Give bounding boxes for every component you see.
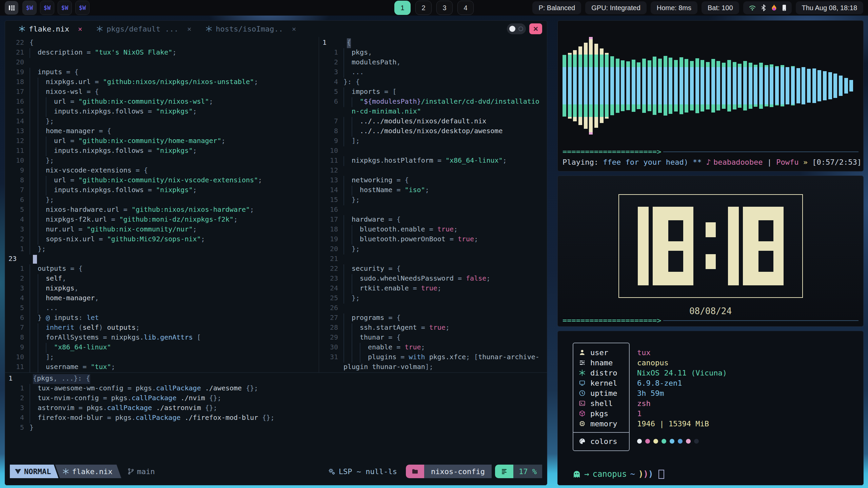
visualizer-segment bbox=[648, 104, 651, 111]
nix-snowflake-icon bbox=[62, 468, 69, 475]
code-line: 17nixos-wsl = { bbox=[5, 87, 319, 97]
system-tray[interactable] bbox=[743, 1, 792, 14]
code-token: programs bbox=[352, 313, 388, 323]
code-token: @ bbox=[46, 313, 50, 323]
code-token: imports bbox=[352, 87, 384, 97]
git-branch[interactable]: main bbox=[127, 465, 155, 478]
code-token: ; bbox=[111, 363, 115, 372]
close-window-button[interactable]: ✕ bbox=[529, 23, 542, 34]
line-number: 14 bbox=[319, 186, 338, 196]
terminal-fetch-window[interactable]: userhnamedistrokerneluptimeshellpkgsmemo… bbox=[557, 331, 864, 485]
tag-3[interactable]: 3 bbox=[436, 1, 453, 15]
visualizer-segment bbox=[706, 62, 710, 67]
shell-prompt[interactable]: → canopus ~ ))) bbox=[573, 469, 664, 479]
code-token: ./firefox-mod-blur bbox=[180, 413, 262, 423]
phone-icon[interactable] bbox=[782, 4, 786, 11]
code-token: ; bbox=[172, 48, 176, 58]
code-token: true bbox=[458, 235, 474, 245]
workspace-button-3[interactable]: $W bbox=[58, 1, 72, 15]
flame-icon[interactable] bbox=[771, 4, 777, 11]
code-token: nixpkgs.hostPlatform bbox=[352, 156, 437, 166]
code-line: 11inputs.nixpkgs.follows = "nixpkgs"; bbox=[5, 146, 319, 156]
tab-label: pkgs/default ... bbox=[106, 25, 178, 33]
clock-pill[interactable]: Thu Aug 08, 18:18 bbox=[796, 1, 863, 14]
code-line: 11nixpkgs.hostPlatform = "x86_64-linux"; bbox=[319, 156, 547, 166]
visualizer-segment bbox=[573, 55, 577, 67]
visualizer-segment bbox=[770, 67, 773, 104]
indent-guide bbox=[343, 235, 352, 245]
bluetooth-icon[interactable] bbox=[761, 4, 766, 11]
tab-3[interactable]: hosts/isoImag..✕ bbox=[205, 25, 296, 33]
workspace-button-4[interactable]: $W bbox=[75, 1, 90, 15]
line-number: 12 bbox=[5, 137, 24, 146]
visualizer-bar bbox=[796, 68, 800, 104]
code-line: 7../../modules/nixos/default.nix bbox=[319, 117, 547, 127]
code-token: true bbox=[437, 225, 454, 235]
tag-2[interactable]: 2 bbox=[415, 1, 432, 15]
visualizer-bar bbox=[823, 71, 827, 100]
indent-guide bbox=[343, 68, 352, 78]
editor-pane-iso-image[interactable]: 1{1pkgs,2modulesPath,3...4}: {5imports =… bbox=[319, 37, 547, 372]
visualizer-segment bbox=[589, 67, 593, 104]
fetch-label: uptime bbox=[590, 389, 617, 398]
tab-close-icon[interactable]: ✕ bbox=[78, 25, 82, 33]
visualizer-segment bbox=[584, 104, 588, 117]
line-number: 22 bbox=[5, 38, 24, 48]
indent-guide bbox=[29, 404, 38, 413]
code-token: ; bbox=[474, 235, 478, 245]
indent-guide bbox=[38, 87, 46, 97]
visualizer-segment bbox=[711, 59, 715, 67]
music-visualizer-window: =====================> Playing: ffee for… bbox=[557, 20, 864, 171]
visualizer-segment bbox=[679, 57, 683, 67]
color-dot bbox=[662, 439, 666, 444]
indent-guide bbox=[29, 323, 38, 333]
indent-guide bbox=[38, 78, 46, 87]
visualizer-segment bbox=[568, 104, 572, 117]
editor-tabbar: flake.nix✕pkgs/default ...✕hosts/isoImag… bbox=[5, 21, 547, 37]
tag-4[interactable]: 4 bbox=[457, 1, 474, 15]
tab-2[interactable]: pkgs/default ...✕ bbox=[96, 25, 191, 33]
indent-guide bbox=[29, 176, 38, 186]
tab-1[interactable]: flake.nix✕ bbox=[19, 25, 82, 33]
indent-guide bbox=[343, 353, 352, 363]
indent-guide bbox=[352, 333, 360, 343]
indent-guide bbox=[29, 353, 38, 363]
indent-guide bbox=[29, 48, 38, 58]
code-token: = bbox=[148, 107, 156, 117]
visualizer-segment bbox=[642, 67, 646, 104]
visualizer-bar bbox=[749, 63, 752, 108]
code-token: = { bbox=[136, 166, 148, 176]
code-token: let bbox=[87, 313, 99, 323]
line-number: 30 bbox=[319, 343, 338, 353]
statusline-file[interactable]: flake.nix bbox=[55, 465, 121, 478]
code-token: ./astronvim bbox=[152, 404, 205, 413]
visualizer-bar bbox=[578, 46, 582, 125]
code-token: thunar bbox=[360, 333, 388, 343]
layout-toggle-button[interactable] bbox=[507, 23, 526, 34]
project-name[interactable]: nixos-config bbox=[424, 465, 492, 478]
tag-1[interactable]: 1 bbox=[394, 1, 411, 15]
line-number: 1 bbox=[5, 384, 24, 394]
line-number: 27 bbox=[319, 313, 338, 323]
code-line: 23sudo.wheelNeedsPassword = false; bbox=[319, 274, 547, 284]
code-token: ]; bbox=[46, 353, 54, 363]
code-line: 7inherit (self) outputs; bbox=[5, 323, 319, 333]
gpu-pill: GPU: Integrated bbox=[585, 1, 647, 14]
tab-close-icon[interactable]: ✕ bbox=[292, 25, 296, 33]
launcher-button[interactable] bbox=[5, 1, 18, 15]
code-line: 2tux-nvim-config = pkgs.callPackage ./nv… bbox=[5, 394, 547, 404]
indent-guide bbox=[343, 225, 352, 235]
wifi-icon[interactable] bbox=[749, 4, 756, 11]
workspace-button-2[interactable]: $W bbox=[40, 1, 54, 15]
code-line: 13home-manager = { bbox=[5, 127, 319, 137]
code-token: "iso" bbox=[405, 186, 425, 196]
visualizer-segment bbox=[759, 63, 763, 67]
workspace-button-1[interactable]: $W bbox=[22, 1, 37, 15]
editor-pane-flake-nix[interactable]: 22{21description = "tux's NixOS Flake";2… bbox=[5, 37, 319, 372]
editor-pane-pkgs-default[interactable]: 1{pkgs, ...}: {1tux-awesome-wm-config = … bbox=[5, 372, 547, 465]
tab-close-icon[interactable]: ✕ bbox=[187, 25, 191, 33]
visualizer-bar bbox=[706, 62, 710, 110]
visualizer-segment bbox=[685, 67, 688, 104]
visualizer-segment bbox=[849, 80, 853, 91]
code-line: 4home-manager, bbox=[5, 294, 319, 304]
